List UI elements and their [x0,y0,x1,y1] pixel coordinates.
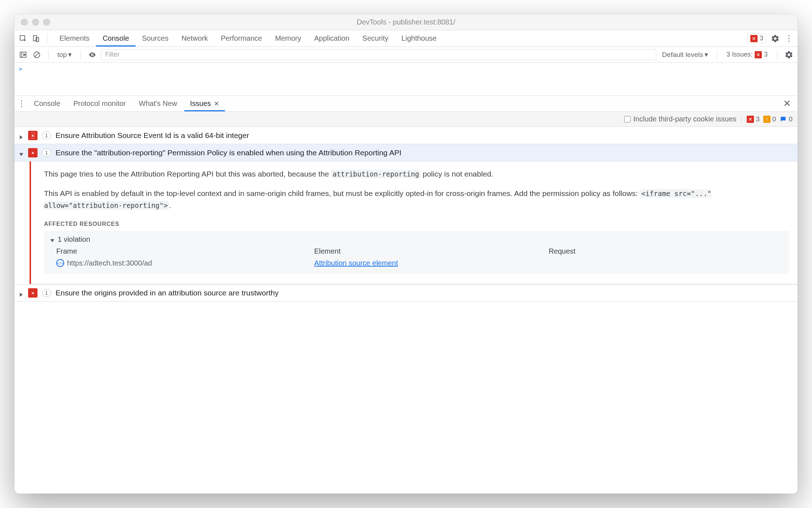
issue-count-badge: 1 [42,149,51,157]
issue-row[interactable]: 1 Ensure the "attribution-reporting" Per… [14,144,798,161]
main-toolbar: Elements Console Sources Network Perform… [14,30,798,47]
error-icon [750,35,758,42]
affected-resources-box: 1 violation Frame Element Request https:… [44,231,789,274]
issue-paragraph: This API is enabled by default in the to… [44,187,789,211]
issue-kind-counts: 3 0 0 [741,115,793,123]
traffic-lights [14,19,50,26]
console-toolbar: top ▾ Default levels ▾ 3 Issues: 3 [14,47,798,63]
tab-label: Console [102,34,129,43]
console-settings-icon[interactable] [784,50,794,60]
tab-security[interactable]: Security [356,30,395,46]
close-window-button[interactable] [21,19,28,26]
text: policy is not enabled. [420,170,493,178]
tab-label: Network [181,34,208,43]
page-error-icon [28,148,37,157]
zoom-window-button[interactable] [43,19,50,26]
issues-toolbar: Include third-party cookie issues 3 0 0 [14,112,798,127]
tab-label: Issues [190,99,211,108]
code-inline: attribution-reporting [331,170,420,178]
violation-toggle[interactable]: 1 violation [50,235,783,244]
execution-context-select[interactable]: top ▾ [55,50,74,59]
chevron-down-icon: ▾ [68,50,72,59]
frame-cell[interactable]: https://adtech.test:3000/ad [56,259,314,267]
main-tabs: Elements Console Sources Network Perform… [53,30,443,46]
error-count-chip[interactable]: 3 [747,34,767,43]
warning-icon [763,116,771,123]
include-third-party-checkbox[interactable]: Include third-party cookie issues [624,115,737,123]
tab-elements[interactable]: Elements [53,30,96,46]
element-link[interactable]: Attribution source element [314,259,398,267]
live-expression-icon[interactable] [87,50,97,60]
info-kind-count[interactable]: 0 [780,115,793,123]
text: . [169,201,171,209]
col-element-header: Element [314,247,548,255]
svg-line-6 [35,52,39,57]
tab-performance[interactable]: Performance [215,30,269,46]
drawer-tab-issues[interactable]: Issues ✕ [184,96,225,111]
devtools-window: DevTools - publisher.test:8081/ Elements… [14,14,798,494]
tab-console[interactable]: Console [96,30,135,46]
tab-memory[interactable]: Memory [269,30,308,46]
count-value: 0 [772,115,776,123]
issues-count: 3 [764,51,768,58]
count-value: 0 [789,115,793,123]
issues-list: 1 Ensure Attribution Source Event Id is … [14,127,798,494]
drawer-more-icon[interactable]: ⋮ [17,99,27,109]
divider [777,50,777,59]
issues-summary[interactable]: 3 Issues: 3 [724,50,771,59]
chevron-down-icon: ▾ [705,50,708,59]
warning-kind-count[interactable]: 0 [763,115,776,123]
expand-triangle-icon[interactable] [19,290,24,295]
collapse-triangle-icon [50,237,55,242]
tab-application[interactable]: Application [308,30,356,46]
element-cell[interactable]: Attribution source element [314,259,548,267]
expand-triangle-icon[interactable] [19,133,24,138]
close-drawer-icon[interactable]: ✕ [779,98,795,109]
issue-detail: This page tries to use the Attribution R… [30,161,798,284]
drawer-tab-protocol-monitor[interactable]: Protocol monitor [67,96,132,111]
tab-label: What's New [139,99,177,108]
drawer-tab-console[interactable]: Console [28,96,66,111]
divider [717,50,717,59]
minimize-window-button[interactable] [32,19,39,26]
info-icon [780,116,787,123]
show-console-sidebar-icon[interactable] [18,50,28,60]
tab-lighthouse[interactable]: Lighthouse [395,30,443,46]
issue-row[interactable]: 1 Ensure the origins provided in an attr… [14,284,798,302]
request-cell [549,259,783,267]
console-prompt-area[interactable]: > [14,63,798,96]
svg-marker-8 [20,135,23,139]
collapse-triangle-icon[interactable] [19,150,24,155]
device-toolbar-icon[interactable] [31,34,41,44]
tab-sources[interactable]: Sources [136,30,175,46]
tab-label: Sources [142,34,168,43]
drawer-tabs: ⋮ Console Protocol monitor What's New Is… [14,96,798,112]
divider [80,50,81,59]
console-filter-input[interactable] [101,49,656,60]
col-frame-header: Frame [56,247,314,255]
titlebar: DevTools - publisher.test:8081/ [14,14,798,30]
close-tab-icon[interactable]: ✕ [214,100,219,108]
prompt-chevron-icon: > [19,66,22,72]
tab-label: Security [362,34,388,43]
more-menu-icon[interactable]: ⋮ [784,34,794,44]
issue-count-badge: 1 [42,132,51,139]
tab-label: Performance [221,34,262,43]
tab-label: Memory [275,34,301,43]
tab-network[interactable]: Network [175,30,214,46]
tab-label: Console [34,99,60,108]
window-title: DevTools - publisher.test:8081/ [14,18,798,26]
divider [47,34,47,43]
settings-icon[interactable] [770,34,780,44]
issue-row[interactable]: 1 Ensure Attribution Source Event Id is … [14,127,798,144]
drawer-tab-whats-new[interactable]: What's New [133,96,183,111]
tab-label: Application [314,34,349,43]
issue-title: Ensure Attribution Source Event Id is a … [56,131,249,140]
inspect-element-icon[interactable] [18,34,28,44]
log-levels-select[interactable]: Default levels ▾ [660,50,710,59]
error-kind-count[interactable]: 3 [747,115,760,123]
context-label: top [57,51,67,59]
checkbox-input[interactable] [624,116,631,122]
issue-count-badge: 1 [42,289,51,297]
clear-console-icon[interactable] [32,50,42,60]
